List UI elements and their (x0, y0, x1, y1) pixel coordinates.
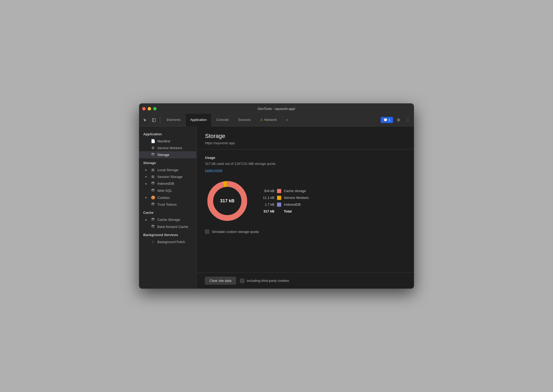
manifest-icon: 📄 (151, 139, 155, 143)
sidebar-item-storage[interactable]: Storage (139, 151, 196, 158)
local-storage-icon: ⊞ (151, 168, 155, 172)
main-panel: Storage https://squoosh.app Usage 317 kB… (197, 126, 414, 289)
panel-header: Storage https://squoosh.app (197, 126, 414, 149)
titlebar: DevTools - squoosh.app/ (139, 103, 414, 114)
toolbar-divider (160, 117, 160, 123)
panel-url: https://squoosh.app (205, 141, 406, 145)
section-application: Application (139, 130, 196, 138)
back-forward-cache-icon (151, 225, 155, 229)
total-label: Total (284, 209, 292, 213)
arrow-icon: ▶ (145, 182, 148, 185)
cache-value: 304 kB (260, 189, 274, 193)
toolbar-right: 💬 1 ⚙ ⋮ (381, 116, 412, 124)
storage-icon (151, 153, 155, 157)
indexeddb-label: IndexedDB (284, 203, 301, 206)
cookie-label: including third-party cookies (247, 279, 289, 283)
legend-item-indexeddb: 1.7 kB IndexedDB (260, 203, 309, 207)
arrow-icon: ▶ (145, 196, 148, 199)
svg-point-7 (152, 225, 154, 226)
sidebar-item-background-fetch[interactable]: ↑ Background Fetch (139, 238, 196, 245)
simulate-row: Simulate custom storage quota (205, 229, 406, 234)
indexeddb-value: 1.7 kB (260, 203, 274, 206)
section-background-services: Background Services (139, 230, 196, 238)
indexeddb-icon (151, 181, 155, 186)
sidebar-item-indexeddb[interactable]: ▶ IndexedDB (139, 180, 196, 187)
background-fetch-icon: ↑ (151, 240, 155, 244)
main-content: Application 📄 Manifest ⚙ Service Workers… (139, 126, 414, 289)
sidebar-item-manifest[interactable]: 📄 Manifest (139, 138, 196, 144)
sidebar-item-trust-tokens[interactable]: Trust Tokens (139, 201, 196, 208)
tab-elements[interactable]: Elements (162, 114, 185, 126)
svg-point-3 (152, 182, 154, 183)
panel-footer: Clear site data including third-party co… (197, 272, 414, 289)
indexeddb-color (277, 203, 281, 207)
panel-title: Storage (205, 133, 406, 139)
messages-badge[interactable]: 💬 1 (381, 117, 393, 123)
devtools-window: DevTools - squoosh.app/ Elements Applica… (139, 103, 414, 289)
sidebar-item-back-forward-cache[interactable]: Back-forward Cache (139, 223, 196, 230)
total-value: 317 kB (260, 209, 274, 213)
service-workers-icon: ⚙ (151, 146, 155, 150)
tab-console[interactable]: Console (212, 114, 233, 126)
sidebar: Application 📄 Manifest ⚙ Service Workers… (139, 126, 197, 289)
section-storage: Storage (139, 158, 196, 166)
arrow-icon: ▶ (145, 175, 148, 178)
maximize-button[interactable] (153, 107, 157, 110)
legend-item-workers: 11.1 kB Service Workers (260, 196, 309, 200)
workers-color (277, 196, 281, 200)
legend-item-cache: 304 kB Cache storage (260, 189, 309, 193)
cookies-icon: 🍪 (151, 195, 155, 200)
svg-point-5 (152, 203, 154, 204)
simulate-checkbox[interactable] (205, 229, 209, 234)
legend-item-total: 317 kB Total (260, 209, 309, 213)
simulate-label: Simulate custom storage quota (212, 230, 259, 234)
more-options-icon[interactable]: ⋮ (404, 116, 412, 124)
donut-chart: 317 kB (205, 179, 250, 223)
workers-value: 11.1 kB (260, 196, 274, 200)
sidebar-item-session-storage[interactable]: ▶ ⊞ Session Storage (139, 173, 196, 180)
svg-point-2 (152, 153, 154, 154)
tab-sources[interactable]: Sources (234, 114, 255, 126)
tab-network[interactable]: ⚠ Network (256, 114, 281, 126)
arrow-icon: ▶ (145, 219, 148, 221)
svg-point-6 (152, 218, 154, 219)
inspect-icon[interactable] (150, 116, 158, 124)
panel-body: Usage 317 kB used out of 1197131 MB stor… (197, 149, 414, 272)
usage-label: Usage (205, 156, 406, 160)
sidebar-item-cookies[interactable]: ▶ 🍪 Cookies (139, 194, 196, 201)
workers-label: Service Workers (284, 196, 309, 200)
tab-more[interactable]: » (282, 114, 292, 126)
trust-tokens-icon (151, 202, 155, 207)
svg-point-4 (152, 189, 154, 190)
learn-more-link[interactable]: Learn more (205, 168, 222, 172)
clear-site-data-button[interactable]: Clear site data (205, 277, 236, 284)
svg-rect-0 (152, 119, 156, 122)
sidebar-item-cache-storage[interactable]: ▶ Cache Storage (139, 216, 196, 223)
settings-icon[interactable]: ⚙ (395, 116, 402, 124)
cache-label: Cache storage (284, 189, 306, 193)
chart-legend: 304 kB Cache storage 11.1 kB Service Wor… (260, 189, 309, 213)
cookie-row: including third-party cookies (240, 279, 289, 283)
tab-application[interactable]: Application (186, 114, 211, 126)
toolbar: Elements Application Console Sources ⚠ N… (139, 114, 414, 126)
cursor-icon[interactable] (141, 116, 149, 124)
donut-center-label: 317 kB (220, 198, 235, 204)
section-cache: Cache (139, 208, 196, 216)
close-button[interactable] (142, 107, 146, 110)
sidebar-item-web-sql[interactable]: Web SQL (139, 187, 196, 194)
arrow-icon: ▶ (145, 169, 148, 171)
session-storage-icon: ⊞ (151, 175, 155, 179)
cache-storage-icon (151, 217, 155, 222)
traffic-lights (142, 107, 157, 110)
third-party-cookies-checkbox[interactable] (240, 279, 244, 283)
chart-section: 317 kB 304 kB Cache storage 11.1 kB Serv… (205, 179, 406, 223)
sidebar-item-local-storage[interactable]: ▶ ⊞ Local Storage (139, 166, 196, 173)
usage-text: 317 kB used out of 1197131 MB storage qu… (205, 162, 406, 166)
window-title: DevTools - squoosh.app/ (258, 107, 295, 111)
warning-icon: ⚠ (260, 118, 263, 122)
web-sql-icon (151, 188, 155, 193)
cache-color (277, 189, 281, 193)
sidebar-item-service-workers[interactable]: ⚙ Service Workers (139, 144, 196, 151)
usage-section: Usage 317 kB used out of 1197131 MB stor… (205, 156, 406, 172)
minimize-button[interactable] (148, 107, 151, 110)
